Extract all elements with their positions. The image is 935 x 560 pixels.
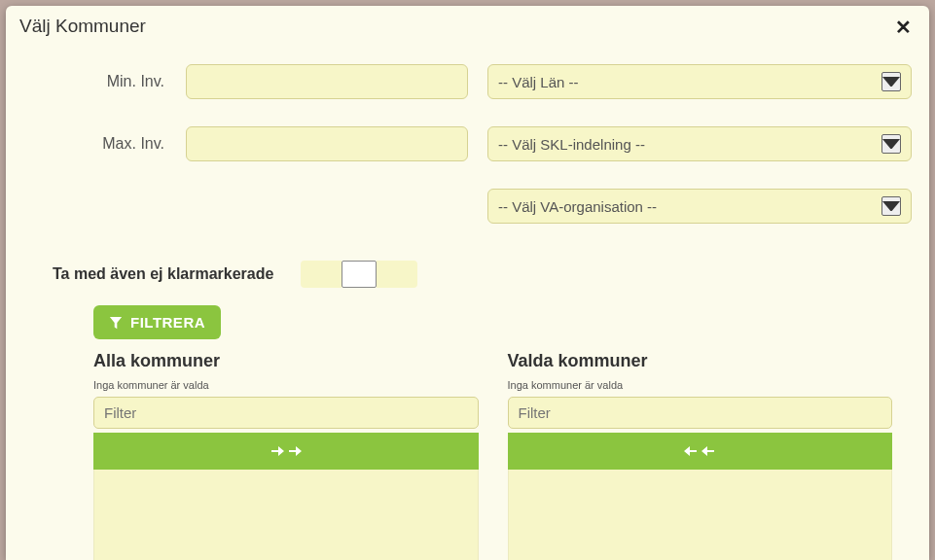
arrow-left-icon — [683, 443, 699, 459]
filter-button[interactable]: FILTRERA — [93, 305, 221, 339]
arrow-left-icon — [701, 443, 716, 459]
arrow-right-icon — [287, 443, 303, 459]
dialog-title: Välj Kommuner — [19, 16, 146, 37]
municipality-dialog: Välj Kommuner ✕ Min. Inv. -- Välj Län -- — [6, 6, 929, 560]
selected-municipalities-list[interactable] — [508, 470, 893, 560]
include-unmarked-label: Ta med även ej klarmarkerade — [53, 265, 273, 283]
min-inv-label: Min. Inv. — [23, 73, 186, 90]
all-municipalities-filter-input[interactable] — [93, 397, 479, 429]
close-icon[interactable]: ✕ — [891, 16, 916, 39]
select-skl-label: -- Välj SKL-indelning -- — [498, 136, 645, 153]
selected-municipalities-filter-input[interactable] — [508, 397, 893, 429]
toggle-on-side — [377, 261, 417, 288]
all-municipalities-hint: Inga kommuner är valda — [93, 379, 479, 391]
select-lan-label: -- Välj Län -- — [498, 74, 579, 90]
dialog-body[interactable]: Min. Inv. -- Välj Län -- — [6, 45, 929, 560]
move-all-left-button[interactable] — [508, 433, 893, 470]
max-inv-input[interactable] — [186, 126, 468, 161]
max-inv-label: Max. Inv. — [23, 135, 186, 153]
toggle-knob — [342, 261, 377, 288]
chevron-down-icon — [881, 134, 901, 154]
dialog-header: Välj Kommuner ✕ — [6, 6, 929, 45]
all-municipalities-panel: Alla kommuner Inga kommuner är valda — [93, 351, 479, 560]
arrow-right-icon — [270, 443, 285, 459]
toggle-off-side — [301, 261, 342, 288]
all-municipalities-list[interactable] — [93, 470, 479, 560]
include-unmarked-toggle[interactable] — [301, 261, 417, 288]
selected-municipalities-panel: Valda kommuner Inga kommuner är valda — [508, 351, 893, 560]
select-va-org[interactable]: -- Välj VA-organisation -- — [487, 189, 912, 224]
select-lan[interactable]: -- Välj Län -- — [487, 64, 912, 99]
chevron-down-icon — [881, 72, 901, 91]
all-municipalities-title: Alla kommuner — [93, 351, 479, 371]
move-all-right-button[interactable] — [93, 433, 479, 470]
selected-municipalities-title: Valda kommuner — [508, 351, 893, 371]
funnel-icon — [109, 316, 123, 330]
selected-municipalities-hint: Inga kommuner är valda — [508, 379, 893, 391]
filter-button-label: FILTRERA — [130, 314, 205, 331]
select-skl[interactable]: -- Välj SKL-indelning -- — [487, 126, 912, 161]
dialog-body-wrap: Min. Inv. -- Välj Län -- — [6, 45, 929, 560]
min-inv-input[interactable] — [186, 64, 468, 99]
chevron-down-icon — [881, 196, 901, 216]
select-va-org-label: -- Välj VA-organisation -- — [498, 198, 657, 215]
